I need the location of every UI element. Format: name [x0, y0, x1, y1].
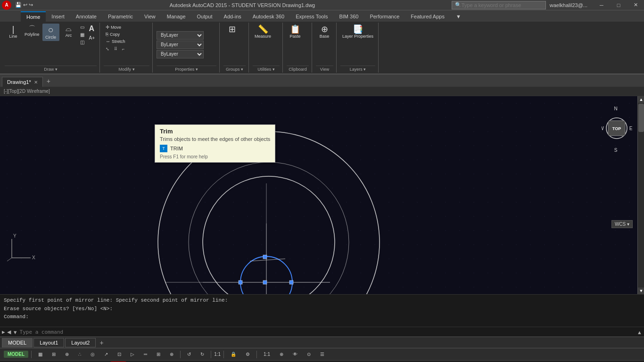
ducs-btn[interactable]: ⊡ — [114, 351, 125, 358]
polyline-btn[interactable]: ⌒ Polyline — [23, 24, 41, 38]
view-label: View — [316, 66, 333, 72]
scroll-down-btn[interactable]: ▼ — [638, 288, 644, 294]
isolate-btn[interactable]: ⊙ — [303, 351, 314, 358]
vscrollbar[interactable]: ▲ ▼ — [637, 96, 644, 294]
fillet-icon: ⌐ — [122, 47, 124, 51]
snap-btn[interactable]: ⊞ — [48, 351, 59, 358]
linetype-select[interactable]: ByLayer — [157, 41, 204, 49]
vscroll-thumb[interactable] — [638, 104, 644, 132]
canvas-area[interactable]: Trim Trims objects to meet the edges of … — [0, 96, 644, 294]
qp-btn[interactable]: ⊕ — [166, 351, 177, 358]
clipboard-tools: 📋 Paste — [287, 24, 309, 66]
minimize-btn[interactable]: ─ — [593, 0, 610, 10]
copy-btn[interactable]: ⎘ Copy — [104, 31, 122, 38]
tab-output[interactable]: Output — [191, 11, 218, 22]
mtext-btn[interactable]: A+ — [87, 34, 97, 41]
scroll-up-btn[interactable]: ▲ — [638, 96, 644, 103]
color-select[interactable]: ByLayer — [157, 31, 204, 40]
viewport-bar: [-][Top][2D Wireframe] — [0, 87, 644, 96]
redo-status-btn[interactable]: ↻ — [197, 351, 208, 358]
ribbon-group-draw: | Line ⌒ Polyline ○ Circle ⌓ Arc ▭ ▦ — [2, 23, 100, 73]
tab-expresstools[interactable]: Express Tools — [290, 11, 333, 22]
north-label: N — [614, 106, 617, 111]
model-status-btn[interactable]: MODEL — [4, 351, 28, 358]
tab-annotate[interactable]: Annotate — [70, 11, 102, 22]
gradient-btn[interactable]: ◫ — [78, 39, 86, 46]
anno-visibility-btn[interactable]: 👁 — [289, 351, 301, 358]
undo-status-btn[interactable]: ↺ — [183, 351, 195, 358]
draw-tertiary: A A+ — [87, 24, 97, 41]
lock-btn[interactable]: 🔒 — [227, 351, 240, 358]
base-btn[interactable]: ⊕ Base — [316, 24, 333, 40]
modify-row4: ⤡ ⠿ ⌐ — [104, 46, 126, 52]
circle-btn[interactable]: ○ Circle — [42, 24, 59, 41]
south-label: S — [614, 148, 618, 153]
command-output: Specify first point of mirror line: Spec… — [0, 295, 644, 327]
zoom-btn[interactable]: 1:1 — [260, 351, 274, 358]
scale-label: 1:1 — [214, 352, 221, 357]
tab-featuredapps[interactable]: Featured Apps — [405, 11, 450, 22]
tab-addins[interactable]: Add-ins — [218, 11, 247, 22]
layout2-tab[interactable]: Layout2 — [65, 338, 96, 347]
tab-parametric[interactable]: Parametric — [102, 11, 139, 22]
line-icon: | — [12, 25, 15, 33]
maximize-btn[interactable]: □ — [610, 0, 627, 10]
search-box[interactable]: 🔍 — [452, 1, 546, 9]
ribbon-tabs: Home Insert Annotate Parametric View Man… — [0, 10, 644, 22]
tab-manage[interactable]: Manage — [161, 11, 191, 22]
tab-home[interactable]: Home — [21, 11, 46, 22]
cmd-dropdown[interactable]: ▼ — [13, 329, 18, 335]
text-btn[interactable]: A — [87, 24, 97, 34]
statusbar-sep3 — [211, 351, 211, 358]
arc-btn[interactable]: ⌓ Arc — [60, 24, 77, 39]
hatch-btn[interactable]: ▦ — [78, 31, 86, 38]
group-btn[interactable]: ⊞ — [223, 24, 240, 35]
tab-more[interactable]: ▼ — [450, 11, 467, 22]
tab-bim360[interactable]: BIM 360 — [333, 11, 364, 22]
scale-btn[interactable]: ⤡ — [104, 46, 111, 52]
polar-btn[interactable]: ∴ — [74, 351, 85, 358]
settings-btn[interactable]: ⚙ — [242, 351, 254, 358]
move-btn[interactable]: ✛ Move — [104, 24, 123, 31]
cmd-scroll-left[interactable]: ◀ — [7, 329, 11, 335]
fillet-btn[interactable]: ⌐ — [120, 46, 126, 52]
tpmode-btn[interactable]: ⊞ — [153, 351, 164, 358]
ortho-btn[interactable]: ⊕ — [61, 351, 73, 358]
statusbar: MODEL ▦ ⊞ ⊕ ∴ ◎ ↗ ⊡ ▷ ═ ⊞ ⊕ ↺ ↻ 1:1 🔒 ⚙ … — [0, 348, 644, 360]
rectangle-btn[interactable]: ▭ — [78, 24, 86, 31]
paste-btn[interactable]: 📋 Paste — [287, 24, 304, 40]
otrack-btn[interactable]: ↗ — [100, 351, 112, 358]
osnap-btn[interactable]: ◎ — [87, 351, 99, 358]
stretch-btn[interactable]: ↔ Stretch — [104, 38, 127, 45]
lineweight-select[interactable]: ByLayer — [157, 50, 204, 58]
measure-btn[interactable]: 📏 Measure — [253, 24, 273, 40]
command-input[interactable] — [20, 329, 636, 335]
tab-autodesk360[interactable]: Autodesk 360 — [247, 11, 290, 22]
cmd-scroll-right[interactable]: ▲ — [637, 329, 642, 335]
tooltip: Trim Trims objects to meet the edges of … — [155, 124, 275, 163]
tab-view[interactable]: View — [139, 11, 161, 22]
grid-display-btn[interactable]: ▦ — [34, 351, 46, 358]
clipboard-label: Clipboard — [287, 66, 309, 72]
copy-icon: ⎘ — [106, 32, 108, 37]
user-label: waelkhalil23@... — [550, 2, 587, 8]
layout1-tab[interactable]: Layout1 — [33, 338, 64, 347]
model-tab[interactable]: MODEL — [2, 338, 33, 347]
dyn-btn[interactable]: ▷ — [127, 351, 138, 358]
annotate-scale-btn[interactable]: ⊕ — [276, 351, 287, 358]
toolbar-btn[interactable]: ☰ — [316, 351, 328, 358]
new-tab-btn[interactable]: + — [43, 75, 54, 87]
layer-props-btn[interactable]: 📑 Layer Properties — [340, 24, 375, 40]
tab-performance[interactable]: Performance — [364, 11, 405, 22]
lw-btn[interactable]: ═ — [140, 351, 151, 358]
drawing-tab-close[interactable]: ✕ — [34, 80, 38, 85]
tab-insert[interactable]: Insert — [46, 11, 70, 22]
line-btn[interactable]: | Line — [5, 24, 22, 40]
array-btn[interactable]: ⠿ — [112, 46, 119, 52]
add-layout-btn[interactable]: + — [97, 339, 106, 346]
search-input[interactable] — [462, 2, 528, 8]
drawing-tab[interactable]: Drawing1* ✕ — [2, 77, 43, 87]
navigation-compass[interactable]: N S E W TOP — [602, 106, 635, 153]
close-btn[interactable]: ✕ — [627, 0, 644, 10]
ribbon-group-utilities: 📏 Measure Utilities ▾ — [250, 23, 283, 73]
